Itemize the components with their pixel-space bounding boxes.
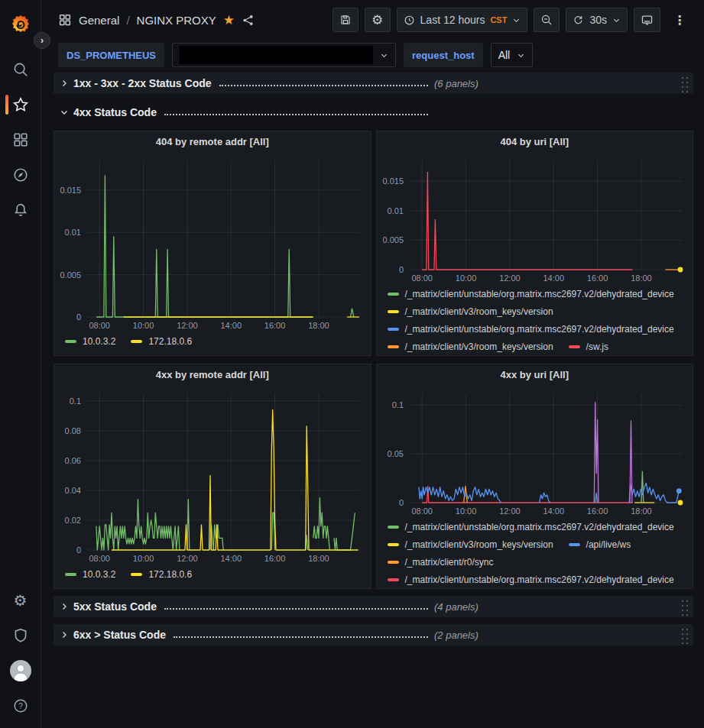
row-1xx-3xx-2xx-status-code[interactable]: 1xx - 3xx - 2xx Status Code (6 panels) (54, 73, 693, 94)
time-range-picker[interactable]: Last 12 hours CST (397, 8, 528, 32)
legend-swatch (65, 573, 76, 576)
kebab-icon: ⋮ (673, 13, 686, 28)
legend-swatch (388, 310, 399, 313)
legend-item[interactable]: 10.0.3.2 (65, 568, 115, 581)
gear-icon: ⚙ (371, 14, 383, 27)
breadcrumb: General / NGINX PROXY ★ (58, 12, 255, 28)
series-line (418, 487, 501, 503)
starred-dashboards-icon[interactable] (0, 87, 41, 122)
x-tick-label: 16:00 (586, 273, 608, 283)
zoom-out-icon (540, 14, 553, 26)
row-4xx-status-code[interactable]: 4xx Status Code (54, 102, 693, 123)
configuration-gear-icon[interactable]: ⚙ (0, 583, 41, 618)
legend-swatch (65, 340, 76, 343)
x-tick-label: 08:00 (89, 554, 110, 563)
y-tick-label: 0.1 (391, 400, 403, 409)
x-tick-label: 12:00 (177, 554, 198, 563)
row-drag-handle[interactable] (680, 598, 689, 616)
row-drag-handle[interactable] (680, 75, 689, 92)
row-5xx-status-code[interactable]: 5xx Status Code (4 panels) (54, 596, 693, 617)
row-6xx-status-code[interactable]: 6xx > Status Code (2 panels) (54, 624, 693, 645)
panels-grid: 404 by remote addr [All] 08:0010:0012:00… (54, 131, 693, 589)
refresh-icon (573, 15, 584, 26)
x-tick-label: 18:00 (631, 273, 652, 283)
alerting-bell-icon[interactable] (0, 193, 41, 228)
series-line (313, 498, 330, 550)
legend-swatch (569, 345, 580, 348)
zoom-out-button[interactable] (534, 8, 560, 32)
legend-swatch (569, 543, 580, 546)
refresh-picker[interactable]: 30s (566, 8, 628, 32)
admin-shield-icon[interactable] (0, 618, 41, 653)
series-line (539, 493, 550, 503)
y-tick-label: 0.05 (387, 449, 403, 458)
series-line (422, 486, 632, 503)
x-tick-label: 10:00 (455, 506, 476, 516)
y-tick-label: 0.01 (387, 206, 403, 215)
y-tick-label: 0.1 (70, 396, 81, 406)
cycle-view-button[interactable] (634, 8, 660, 32)
series-line (96, 500, 180, 550)
help-question-icon[interactable]: ? (0, 688, 41, 723)
legend-label: /_matrix/client/unstable/org.matrix.msc2… (405, 574, 674, 585)
panel-title[interactable]: 404 by uri [All] (377, 131, 693, 153)
legend-item[interactable]: 172.18.0.6 (131, 335, 192, 348)
dashboard-title[interactable]: NGINX PROXY (137, 14, 216, 27)
series-line (629, 484, 679, 503)
y-tick-label: 0 (76, 312, 81, 322)
x-tick-label: 18:00 (308, 321, 329, 330)
row-drag-handle[interactable] (680, 626, 689, 644)
panel-404-by-remote-addr: 404 by remote addr [All] 08:0010:0012:00… (54, 131, 371, 356)
legend-item[interactable]: /_matrix/client/v3/room_keys/version (388, 340, 553, 353)
legend-item[interactable]: /api/live/ws (569, 538, 631, 551)
chart-4xx-by-uri[interactable]: 08:0010:0012:0014:0016:0018:0000.050.1 (377, 386, 693, 518)
series-line (422, 173, 632, 270)
legend-item[interactable]: /_matrix/client/unstable/org.matrix.msc2… (388, 322, 674, 335)
share-icon[interactable] (242, 14, 255, 27)
dashboards-grid-icon[interactable] (0, 122, 41, 157)
explore-compass-icon[interactable] (0, 157, 41, 193)
request-host-value: All (498, 49, 511, 61)
legend-item[interactable]: /_matrix/client/unstable/org.matrix.msc2… (388, 520, 674, 533)
panel-4xx-by-remote-addr: 4xx by remote addr [All] 08:0010:0012:00… (54, 364, 371, 589)
row-leader-dots (174, 630, 428, 638)
search-icon[interactable] (0, 52, 41, 87)
panel-title[interactable]: 4xx by uri [All] (377, 364, 693, 386)
user-avatar[interactable] (0, 653, 41, 688)
more-options-kebab-menu[interactable]: ⋮ (667, 8, 693, 32)
legend-item[interactable]: /sw.js (569, 340, 608, 353)
breadcrumb-section[interactable]: General (79, 14, 119, 27)
legend-item[interactable]: /_matrix/client/r0/sync (388, 555, 494, 568)
x-tick-label: 10:00 (455, 273, 476, 283)
legend-label: /api/live/ws (586, 539, 631, 550)
legend-swatch (388, 543, 399, 546)
favorite-star-icon[interactable]: ★ (223, 12, 235, 28)
legend-item[interactable]: /_matrix/client/unstable/org.matrix.msc2… (388, 287, 674, 300)
time-range-label: Last 12 hours (420, 14, 485, 26)
x-tick-label: 14:00 (220, 321, 242, 330)
dashboard-variables-bar: DS_PROMETHEUS request_host All (41, 40, 704, 70)
legend-item[interactable]: /_matrix/client/unstable/org.matrix.msc2… (388, 573, 674, 586)
series-end-point (677, 500, 683, 506)
legend-label: /_matrix/client/unstable/org.matrix.msc2… (405, 289, 674, 299)
variable-value-request-host-dropdown[interactable]: All (491, 43, 534, 67)
chart-404-by-uri[interactable]: 08:0010:0012:0014:0016:0018:0000.0050.01… (377, 153, 693, 285)
y-tick-label: 0.04 (65, 486, 81, 495)
legend-swatch (131, 573, 142, 576)
chart-4xx-by-remote-addr[interactable]: 08:0010:0012:0014:0016:0018:0000.020.040… (54, 386, 370, 565)
save-dashboard-button[interactable] (333, 8, 358, 32)
sidebar-expand-chevron-icon[interactable]: › (34, 32, 50, 49)
sidebar: ⚙ ? (0, 0, 41, 728)
dashboard-settings-button[interactable]: ⚙ (365, 8, 391, 32)
panel-title[interactable]: 4xx by remote addr [All] (54, 364, 371, 386)
variable-value-ds-prometheus-dropdown[interactable] (172, 43, 396, 67)
chart-404-by-remote-addr[interactable]: 08:0010:0012:0014:0016:0018:0000.0050.01… (54, 153, 370, 332)
chevron-down-icon (612, 16, 621, 24)
legend-label: /_matrix/client/v3/room_keys/version (405, 341, 553, 352)
y-tick-label: 0.005 (382, 235, 404, 244)
panel-title[interactable]: 404 by remote addr [All] (54, 131, 371, 153)
legend-item[interactable]: 10.0.3.2 (65, 335, 115, 348)
legend-item[interactable]: /_matrix/client/v3/room_keys/version (388, 305, 553, 318)
legend-item[interactable]: /_matrix/client/v3/room_keys/version (388, 538, 553, 551)
legend-item[interactable]: 172.18.0.6 (131, 568, 192, 581)
